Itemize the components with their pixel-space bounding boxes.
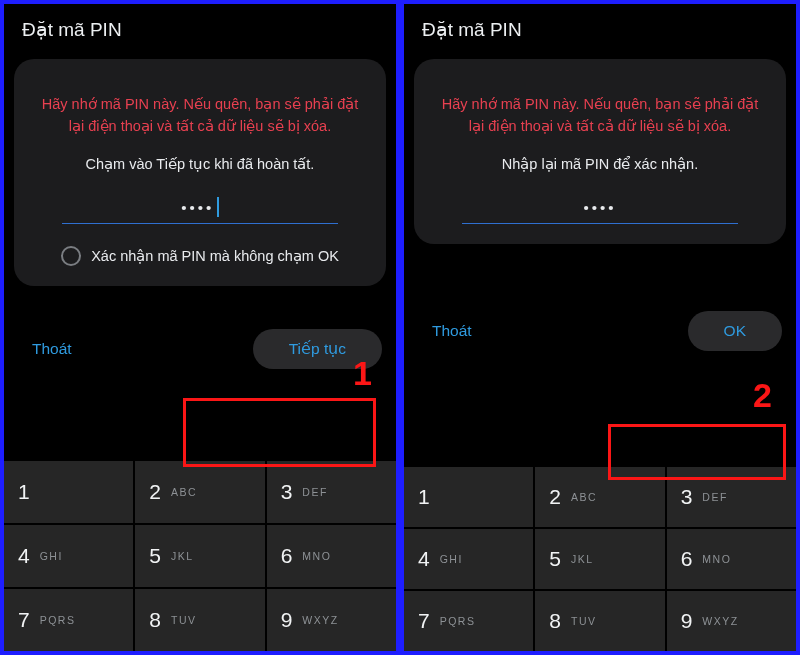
annotation-step-number: 2: [753, 376, 772, 415]
pin-masked-value: ••••: [583, 199, 616, 216]
key-8[interactable]: 8TUV: [135, 589, 264, 651]
key-9[interactable]: 9WXYZ: [267, 589, 396, 651]
key-8[interactable]: 8TUV: [535, 591, 664, 651]
instruction-text: Nhập lại mã PIN để xác nhận.: [434, 156, 766, 172]
pin-input[interactable]: ••••: [462, 192, 738, 224]
key-3[interactable]: 3DEF: [267, 461, 396, 523]
numeric-keypad: 1 2ABC 3DEF 4GHI 5JKL 6MNO 7PQRS 8TUV 9W…: [404, 465, 796, 651]
exit-button[interactable]: Thoát: [418, 312, 486, 350]
key-7[interactable]: 7PQRS: [4, 589, 133, 651]
ok-button[interactable]: OK: [688, 311, 782, 351]
key-6[interactable]: 6MNO: [667, 529, 796, 589]
instruction-text: Chạm vào Tiếp tục khi đã hoàn tất.: [34, 156, 366, 172]
key-1[interactable]: 1: [404, 467, 533, 527]
page-title: Đặt mã PIN: [4, 4, 396, 47]
key-4[interactable]: 4GHI: [404, 529, 533, 589]
key-9[interactable]: 9WXYZ: [667, 591, 796, 651]
option-label: Xác nhận mã PIN mà không chạm OK: [91, 248, 339, 264]
key-7[interactable]: 7PQRS: [404, 591, 533, 651]
radio-icon: [61, 246, 81, 266]
key-2[interactable]: 2ABC: [535, 467, 664, 527]
key-5[interactable]: 5JKL: [535, 529, 664, 589]
key-6[interactable]: 6MNO: [267, 525, 396, 587]
annotation-highlight-box: [183, 398, 376, 467]
warning-text: Hãy nhớ mã PIN này. Nếu quên, bạn sẽ phả…: [35, 93, 365, 138]
action-bar: Thoát OK: [404, 306, 796, 356]
annotation-step-number: 1: [353, 354, 372, 393]
pin-setup-card: Hãy nhớ mã PIN này. Nếu quên, bạn sẽ phả…: [14, 59, 386, 286]
key-2[interactable]: 2ABC: [135, 461, 264, 523]
key-1[interactable]: 1: [4, 461, 133, 523]
screenshot-step-2: Đặt mã PIN Hãy nhớ mã PIN này. Nếu quên,…: [400, 0, 800, 655]
exit-button[interactable]: Thoát: [18, 330, 86, 368]
page-title: Đặt mã PIN: [404, 4, 796, 47]
pin-confirm-card: Hãy nhớ mã PIN này. Nếu quên, bạn sẽ phả…: [414, 59, 786, 244]
pin-masked-value: ••••: [181, 199, 214, 216]
numeric-keypad: 1 2ABC 3DEF 4GHI 5JKL 6MNO 7PQRS 8TUV 9W…: [4, 459, 396, 651]
screenshot-step-1: Đặt mã PIN Hãy nhớ mã PIN này. Nếu quên,…: [0, 0, 400, 655]
pin-input[interactable]: ••••: [62, 192, 338, 224]
key-5[interactable]: 5JKL: [135, 525, 264, 587]
key-4[interactable]: 4GHI: [4, 525, 133, 587]
confirm-without-ok-option[interactable]: Xác nhận mã PIN mà không chạm OK: [34, 246, 366, 266]
text-cursor: [217, 197, 219, 217]
warning-text: Hãy nhớ mã PIN này. Nếu quên, bạn sẽ phả…: [435, 93, 765, 138]
key-3[interactable]: 3DEF: [667, 467, 796, 527]
action-bar: Thoát Tiếp tục: [4, 324, 396, 374]
